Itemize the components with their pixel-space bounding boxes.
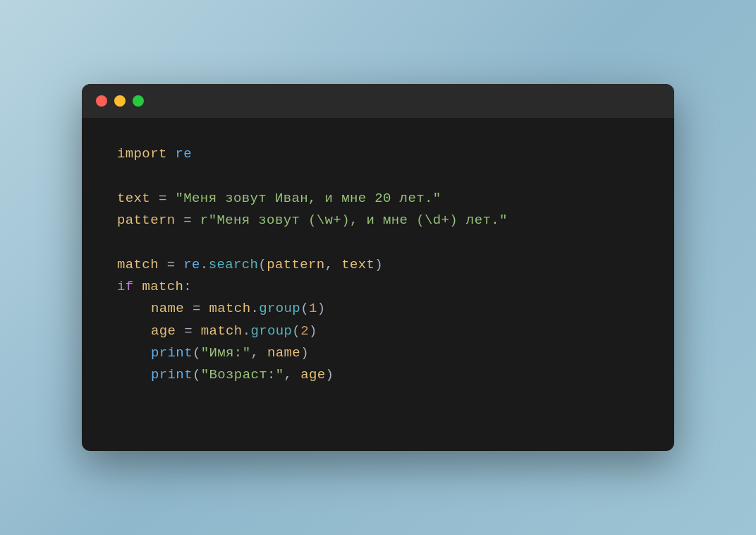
close-button[interactable] — [96, 95, 107, 107]
code-editor: import re text = "Меня зовут Иван, и мне… — [82, 118, 674, 415]
code-line-1: import re — [117, 143, 639, 165]
code-window: import re text = "Меня зовут Иван, и мне… — [82, 84, 674, 451]
code-line-8: print("Имя:", name) — [117, 342, 639, 364]
code-line-2: text = "Меня зовут Иван, и мне 20 лет." — [117, 188, 639, 210]
maximize-button[interactable] — [133, 95, 144, 107]
code-line-4: match = re.search(pattern, text) — [117, 254, 639, 276]
code-line-3: pattern = r"Меня зовут (\w+), и мне (\d+… — [117, 210, 639, 232]
code-line-6: name = match.group(1) — [117, 298, 639, 320]
code-line-7: age = match.group(2) — [117, 320, 639, 342]
code-line-9: print("Возраст:", age) — [117, 364, 639, 386]
code-line-5: if match: — [117, 276, 639, 298]
titlebar — [82, 84, 674, 118]
minimize-button[interactable] — [114, 95, 126, 107]
